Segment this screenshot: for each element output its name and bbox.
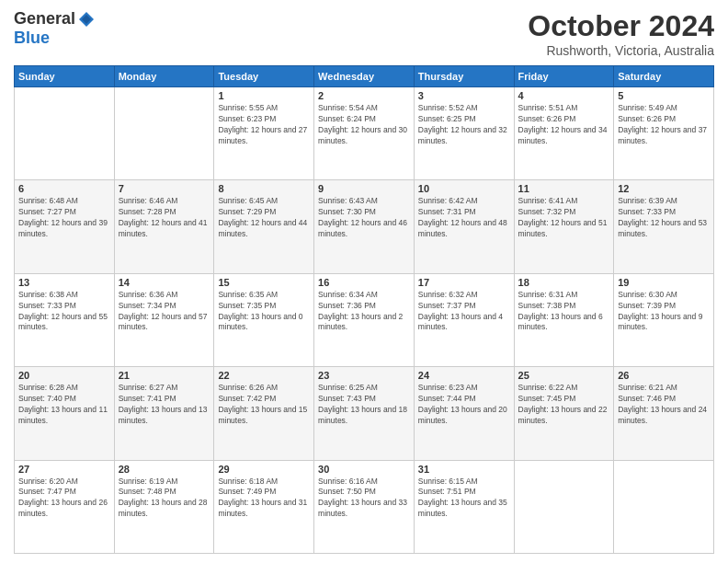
calendar-cell: 19Sunrise: 6:30 AM Sunset: 7:39 PM Dayli… [614,273,714,366]
calendar-cell: 17Sunrise: 6:32 AM Sunset: 7:37 PM Dayli… [414,273,514,366]
calendar-cell: 18Sunrise: 6:31 AM Sunset: 7:38 PM Dayli… [514,273,614,366]
day-number: 15 [218,277,310,288]
day-info: Sunrise: 6:22 AM Sunset: 7:45 PM Dayligh… [518,383,610,427]
calendar-page: General Blue October 2024 Rushworth, Vic… [0,0,728,563]
calendar-week-row: 13Sunrise: 6:38 AM Sunset: 7:33 PM Dayli… [15,273,714,366]
calendar-cell [15,87,115,180]
day-info: Sunrise: 6:15 AM Sunset: 7:51 PM Dayligh… [418,477,510,521]
calendar-cell: 21Sunrise: 6:27 AM Sunset: 7:41 PM Dayli… [114,367,214,460]
calendar-cell: 25Sunrise: 6:22 AM Sunset: 7:45 PM Dayli… [514,367,614,460]
day-number: 5 [618,90,710,101]
day-info: Sunrise: 6:34 AM Sunset: 7:36 PM Dayligh… [318,290,410,334]
day-number: 29 [218,464,310,475]
header-saturday: Saturday [614,66,714,87]
calendar-cell: 8Sunrise: 6:45 AM Sunset: 7:29 PM Daylig… [214,180,314,273]
day-number: 21 [119,370,210,381]
calendar-cell: 1Sunrise: 5:55 AM Sunset: 6:23 PM Daylig… [214,87,314,180]
calendar-cell: 31Sunrise: 6:15 AM Sunset: 7:51 PM Dayli… [414,460,514,553]
day-number: 27 [18,464,110,475]
calendar-cell: 24Sunrise: 6:23 AM Sunset: 7:44 PM Dayli… [414,367,514,460]
day-number: 3 [418,90,510,101]
calendar-cell: 23Sunrise: 6:25 AM Sunset: 7:43 PM Dayli… [314,367,415,460]
day-number: 7 [119,183,210,194]
header-thursday: Thursday [414,66,514,87]
day-info: Sunrise: 6:16 AM Sunset: 7:50 PM Dayligh… [318,477,410,521]
day-number: 19 [618,277,710,288]
day-info: Sunrise: 6:21 AM Sunset: 7:46 PM Dayligh… [618,383,710,427]
logo-blue-text: Blue [14,29,50,48]
calendar-week-row: 1Sunrise: 5:55 AM Sunset: 6:23 PM Daylig… [15,87,714,180]
month-title: October 2024 [528,9,714,43]
calendar-cell: 10Sunrise: 6:42 AM Sunset: 7:31 PM Dayli… [414,180,514,273]
header-sunday: Sunday [15,66,115,87]
page-header: General Blue October 2024 Rushworth, Vic… [14,9,714,58]
day-info: Sunrise: 6:48 AM Sunset: 7:27 PM Dayligh… [18,196,110,240]
day-info: Sunrise: 6:27 AM Sunset: 7:41 PM Dayligh… [119,383,210,427]
header-monday: Monday [114,66,214,87]
title-section: October 2024 Rushworth, Victoria, Austra… [528,9,714,58]
calendar-cell: 28Sunrise: 6:19 AM Sunset: 7:48 PM Dayli… [114,460,214,553]
calendar-cell: 4Sunrise: 5:51 AM Sunset: 6:26 PM Daylig… [514,87,614,180]
day-info: Sunrise: 5:51 AM Sunset: 6:26 PM Dayligh… [518,103,610,147]
day-number: 14 [119,277,210,288]
day-info: Sunrise: 6:25 AM Sunset: 7:43 PM Dayligh… [318,383,410,427]
day-number: 9 [318,183,410,194]
calendar-cell: 3Sunrise: 5:52 AM Sunset: 6:25 PM Daylig… [414,87,514,180]
day-info: Sunrise: 6:41 AM Sunset: 7:32 PM Dayligh… [518,196,610,240]
day-info: Sunrise: 5:49 AM Sunset: 6:26 PM Dayligh… [618,103,710,147]
header-friday: Friday [514,66,614,87]
day-info: Sunrise: 6:19 AM Sunset: 7:48 PM Dayligh… [119,477,210,521]
day-number: 28 [119,464,210,475]
calendar-week-row: 27Sunrise: 6:20 AM Sunset: 7:47 PM Dayli… [15,460,714,553]
day-number: 4 [518,90,610,101]
day-number: 31 [418,464,510,475]
day-number: 24 [418,370,510,381]
day-number: 30 [318,464,410,475]
day-info: Sunrise: 6:35 AM Sunset: 7:35 PM Dayligh… [218,290,310,334]
header-wednesday: Wednesday [314,66,415,87]
day-info: Sunrise: 6:46 AM Sunset: 7:28 PM Dayligh… [119,196,210,240]
day-number: 23 [318,370,410,381]
location-subtitle: Rushworth, Victoria, Australia [528,43,714,58]
calendar-cell: 20Sunrise: 6:28 AM Sunset: 7:40 PM Dayli… [15,367,115,460]
calendar-cell [114,87,214,180]
day-info: Sunrise: 5:52 AM Sunset: 6:25 PM Dayligh… [418,103,510,147]
day-info: Sunrise: 6:20 AM Sunset: 7:47 PM Dayligh… [18,477,110,521]
calendar-cell: 29Sunrise: 6:18 AM Sunset: 7:49 PM Dayli… [214,460,314,553]
day-number: 8 [218,183,310,194]
day-info: Sunrise: 6:18 AM Sunset: 7:49 PM Dayligh… [218,477,310,521]
calendar-cell: 22Sunrise: 6:26 AM Sunset: 7:42 PM Dayli… [214,367,314,460]
header-tuesday: Tuesday [214,66,314,87]
day-info: Sunrise: 6:23 AM Sunset: 7:44 PM Dayligh… [418,383,510,427]
calendar-cell: 30Sunrise: 6:16 AM Sunset: 7:50 PM Dayli… [314,460,415,553]
day-number: 11 [518,183,610,194]
day-info: Sunrise: 6:39 AM Sunset: 7:33 PM Dayligh… [618,196,710,240]
logo-general-text: General [14,9,75,29]
calendar-cell: 12Sunrise: 6:39 AM Sunset: 7:33 PM Dayli… [614,180,714,273]
day-info: Sunrise: 6:38 AM Sunset: 7:33 PM Dayligh… [18,290,110,334]
calendar-week-row: 6Sunrise: 6:48 AM Sunset: 7:27 PM Daylig… [15,180,714,273]
logo-icon [77,10,96,29]
day-info: Sunrise: 6:42 AM Sunset: 7:31 PM Dayligh… [418,196,510,240]
day-number: 2 [318,90,410,101]
day-number: 10 [418,183,510,194]
calendar-header-row: Sunday Monday Tuesday Wednesday Thursday… [15,66,714,87]
calendar-cell: 13Sunrise: 6:38 AM Sunset: 7:33 PM Dayli… [15,273,115,366]
day-info: Sunrise: 6:28 AM Sunset: 7:40 PM Dayligh… [18,383,110,427]
day-number: 16 [318,277,410,288]
day-info: Sunrise: 6:26 AM Sunset: 7:42 PM Dayligh… [218,383,310,427]
day-info: Sunrise: 6:43 AM Sunset: 7:30 PM Dayligh… [318,196,410,240]
calendar-table: Sunday Monday Tuesday Wednesday Thursday… [14,65,714,554]
day-info: Sunrise: 6:31 AM Sunset: 7:38 PM Dayligh… [518,290,610,334]
calendar-cell: 7Sunrise: 6:46 AM Sunset: 7:28 PM Daylig… [114,180,214,273]
day-number: 18 [518,277,610,288]
day-number: 20 [18,370,110,381]
day-number: 17 [418,277,510,288]
day-number: 22 [218,370,310,381]
calendar-cell: 6Sunrise: 6:48 AM Sunset: 7:27 PM Daylig… [15,180,115,273]
calendar-cell: 27Sunrise: 6:20 AM Sunset: 7:47 PM Dayli… [15,460,115,553]
calendar-cell: 14Sunrise: 6:36 AM Sunset: 7:34 PM Dayli… [114,273,214,366]
calendar-cell: 2Sunrise: 5:54 AM Sunset: 6:24 PM Daylig… [314,87,415,180]
day-number: 1 [218,90,310,101]
day-info: Sunrise: 6:30 AM Sunset: 7:39 PM Dayligh… [618,290,710,334]
